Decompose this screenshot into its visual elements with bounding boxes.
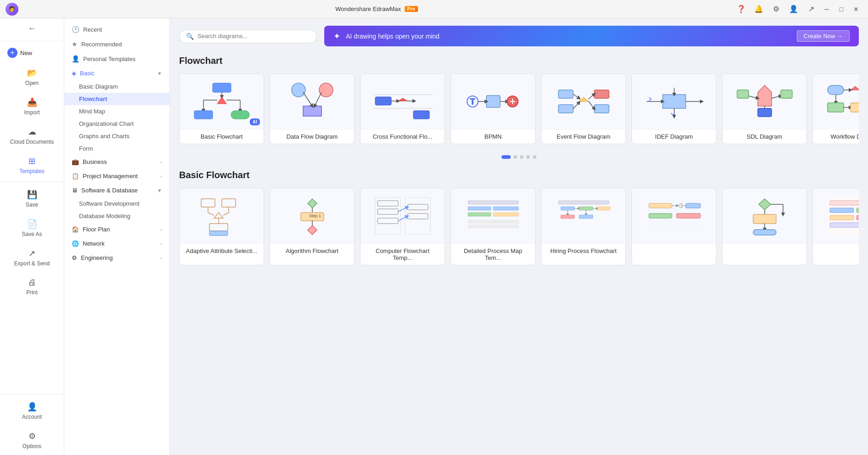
sidebar-sub-graphs[interactable]: Graphs and Charts — [64, 130, 169, 142]
sidebar-item-open[interactable]: 📂 Open — [0, 62, 64, 92]
user-icon[interactable]: 👤 — [787, 3, 800, 16]
template-card-hiring-process[interactable]: Hiring Process Flowchart — [541, 188, 626, 265]
template-card-computer-flowchart[interactable]: Computer Flowchart Temp... — [360, 188, 445, 265]
notification-icon[interactable]: 🔔 — [752, 3, 765, 16]
template-card-cross-functional[interactable]: Cross Functional Flo... — [360, 73, 445, 144]
template-card-sdl[interactable]: SDL Diagram — [722, 73, 807, 144]
svg-rect-16 — [375, 97, 391, 105]
template-card-data-flow[interactable]: Data Flow Diagram — [270, 73, 355, 144]
template-card-computer-flowchart-image — [361, 188, 445, 243]
org-chart-label: Organizational Chart — [79, 120, 134, 127]
template-card-workflow[interactable]: Workflow Diagram — [812, 73, 859, 144]
settings-icon[interactable]: ⚙ — [770, 3, 783, 16]
sidebar-item-templates[interactable]: ⊞ Templates — [0, 151, 64, 180]
sidebar-item-account[interactable]: 👤 Account — [0, 396, 64, 426]
svg-rect-23 — [470, 98, 475, 100]
template-card-detailed-process-label: Detailed Process Map Tem... — [451, 243, 535, 265]
template-card-idef[interactable]: IDEF Diagram — [631, 73, 716, 144]
dot-5[interactable] — [533, 155, 536, 159]
svg-line-75 — [208, 213, 214, 215]
template-card-8[interactable] — [812, 188, 859, 265]
template-card-algorithm-label: Algorithm Flowchart — [270, 243, 354, 258]
sidebar-category-software[interactable]: 🖥 Software & Database ▼ — [64, 183, 169, 197]
sidebar-sub-org-chart[interactable]: Organizational Chart — [64, 118, 169, 130]
network-label: Network — [83, 240, 105, 247]
svg-rect-86 — [375, 197, 400, 234]
sidebar-sub-flowchart[interactable]: Flowchart — [64, 93, 169, 105]
ai-create-now-button[interactable]: Create Now → — [797, 30, 850, 42]
search-bar[interactable]: 🔍 — [179, 29, 317, 43]
sidebar-item-print[interactable]: 🖨 Print — [0, 272, 64, 301]
sidebar-sub-mind-map[interactable]: Mind Map — [64, 105, 169, 118]
template-card-7-image — [722, 188, 806, 243]
account-label: Account — [22, 414, 42, 420]
user-avatar[interactable]: 🧑 — [6, 3, 18, 16]
share-icon[interactable]: ↗ — [805, 3, 817, 16]
search-input[interactable] — [197, 33, 310, 39]
sidebar-sub-form[interactable]: Form — [64, 142, 169, 155]
dot-3[interactable] — [520, 155, 524, 159]
svg-rect-11 — [303, 106, 321, 116]
svg-rect-7 — [194, 111, 213, 119]
cross-functional-diagram — [373, 81, 433, 122]
sidebar-category-project[interactable]: 📋 Project Management › — [64, 169, 169, 183]
dot-2[interactable] — [513, 155, 517, 159]
sidebar-item-export[interactable]: ↗ Export & Send — [0, 243, 64, 272]
dot-1[interactable] — [502, 155, 511, 159]
sidebar-item-import[interactable]: 📥 Import — [0, 92, 64, 121]
sidebar-item-save-as[interactable]: 📄 Save As — [0, 213, 64, 243]
close-button[interactable]: ✕ — [850, 3, 862, 16]
sidebar-sub-sw-dev[interactable]: Software Development — [64, 197, 169, 210]
sidebar-category-engineering[interactable]: ⚙ Engineering › — [64, 251, 169, 265]
svg-rect-120 — [649, 213, 672, 218]
template-card-adaptive[interactable]: Adaptive Attribute Selecti... — [179, 188, 264, 265]
titlebar-right-icons: ❓ 🔔 ⚙ 👤 ↗ — [735, 3, 817, 16]
sidebar-item-options[interactable]: ⚙ Options — [0, 426, 64, 455]
sidebar-sub-basic-diagram[interactable]: Basic Diagram — [64, 80, 169, 93]
sidebar-category-network[interactable]: 🌐 Network › — [64, 236, 169, 251]
minimize-button[interactable]: ─ — [820, 3, 833, 16]
template-card-detailed-process[interactable]: Detailed Process Map Tem... — [451, 188, 535, 265]
sidebar-item-save[interactable]: 💾 Save — [0, 184, 64, 213]
svg-line-47 — [749, 96, 758, 98]
project-chevron-icon: › — [160, 174, 162, 179]
template-card-8-image — [813, 188, 859, 243]
sidebar-back-button[interactable]: ← — [0, 18, 64, 39]
sidebar-item-new[interactable]: + New — [0, 43, 64, 62]
sidebar-category-basic[interactable]: ◈ Basic ▼ — [64, 66, 169, 80]
template-card-event-flow-image — [541, 74, 626, 129]
sidebar-item-recommended[interactable]: ★ Recommended — [64, 37, 169, 51]
template-card-hiring-process-label: Hiring Process Flowchart — [541, 243, 626, 258]
svg-rect-98 — [468, 213, 491, 216]
template-card-basic-flowchart-label: Basic Flowchart — [180, 129, 264, 144]
sidebar-category-floor-plan[interactable]: 🏠 Floor Plan › — [64, 222, 169, 236]
template-card-7[interactable] — [722, 188, 807, 265]
svg-rect-107 — [579, 207, 593, 210]
template-card-sdl-image — [722, 74, 806, 129]
svg-line-38 — [588, 101, 594, 109]
template-card-cross-functional-image — [361, 74, 445, 129]
svg-marker-18 — [398, 98, 407, 101]
svg-line-76 — [223, 213, 229, 215]
sidebar-category-business[interactable]: 💼 Business › — [64, 155, 169, 169]
sidebar-item-recent[interactable]: 🕐 Recent — [64, 22, 169, 37]
template-card-event-flow[interactable]: Event Flow Diagram — [541, 73, 626, 144]
sidebar-sub-db-model[interactable]: Database Modeling — [64, 210, 169, 222]
engineering-icon: ⚙ — [72, 254, 77, 261]
personal-icon: 👤 — [72, 55, 79, 62]
template-card-bpmn[interactable]: BPMN — [451, 73, 535, 144]
template-card-6[interactable] — [631, 188, 716, 265]
floor-plan-chevron-icon: › — [160, 227, 162, 232]
svg-rect-45 — [758, 108, 772, 117]
template-card-basic-flowchart[interactable]: AI Basic Flowchart — [179, 73, 264, 144]
dot-4[interactable] — [526, 155, 530, 159]
template-card-6-label — [632, 243, 716, 251]
maximize-button[interactable]: □ — [835, 3, 848, 16]
template-card-adaptive-label: Adaptive Attribute Selecti... — [180, 243, 264, 258]
back-icon: ← — [28, 24, 36, 34]
help-icon[interactable]: ❓ — [735, 3, 748, 16]
sidebar-item-personal[interactable]: 👤 Personal Templates — [64, 51, 169, 66]
svg-rect-89 — [378, 209, 398, 214]
template-card-algorithm[interactable]: Step 1 Algorithm Flowchart — [270, 188, 355, 265]
sidebar-item-cloud[interactable]: ☁ Cloud Documents — [0, 121, 64, 151]
